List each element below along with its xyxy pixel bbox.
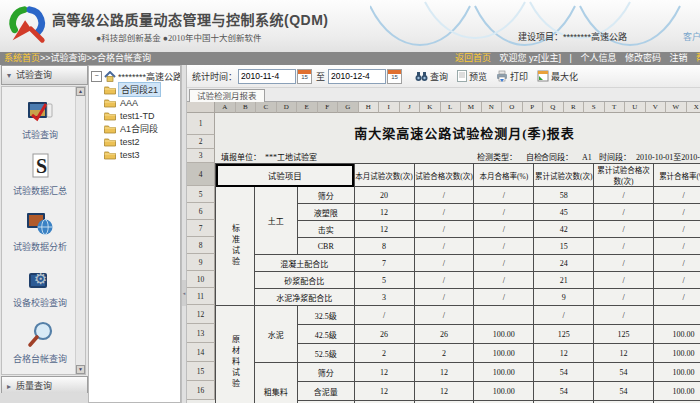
table-cell[interactable]: 砂浆配合比 bbox=[254, 272, 354, 289]
table-cell[interactable]: 100.00 bbox=[474, 363, 534, 382]
table-cell[interactable]: 7 bbox=[354, 255, 414, 272]
row-number-12[interactable]: 12 bbox=[187, 305, 215, 324]
table-cell[interactable]: 20 bbox=[354, 187, 414, 204]
column-letter-R[interactable]: R bbox=[564, 102, 585, 113]
row-number-3[interactable]: 3 bbox=[187, 149, 215, 163]
table-cell[interactable]: 标准试验 bbox=[216, 187, 255, 306]
row-number-11[interactable]: 11 bbox=[187, 288, 215, 305]
sidebar-item-pass-ledger-query[interactable]: 合格台帐查询 bbox=[13, 320, 67, 365]
table-cell[interactable]: 15 bbox=[534, 238, 594, 255]
column-letter-A[interactable]: A bbox=[215, 102, 236, 113]
table-header-cell[interactable]: 本月合格率(%) bbox=[474, 164, 534, 187]
row-number-9[interactable]: 9 bbox=[187, 254, 215, 271]
table-cell[interactable]: / bbox=[414, 221, 474, 238]
table-cell[interactable]: 42 bbox=[534, 221, 594, 238]
table-cell[interactable]: / bbox=[474, 187, 534, 204]
table-cell[interactable]: / bbox=[414, 289, 474, 306]
column-letter-O[interactable]: O bbox=[502, 102, 523, 113]
table-cell[interactable]: 12 bbox=[354, 221, 414, 238]
table-cell[interactable]: 混凝土配合比 bbox=[254, 255, 354, 272]
table-cell[interactable]: 125 bbox=[594, 325, 654, 344]
table-cell[interactable]: 土工 bbox=[254, 187, 297, 255]
table-cell[interactable]: 12 bbox=[414, 382, 474, 401]
row-number-1[interactable]: 1 bbox=[187, 113, 215, 135]
table-cell[interactable]: 液塑限 bbox=[297, 204, 354, 221]
table-cell[interactable]: 2 bbox=[414, 344, 474, 363]
column-letter-G[interactable]: G bbox=[338, 102, 359, 113]
column-letter-W[interactable]: W bbox=[666, 102, 687, 113]
sidebar-item-test-query[interactable]: 试验查询 bbox=[22, 96, 58, 141]
row-number-14[interactable]: 14 bbox=[187, 343, 215, 362]
collapse-icon[interactable]: − bbox=[91, 71, 102, 82]
table-cell[interactable]: / bbox=[414, 238, 474, 255]
table-cell[interactable] bbox=[654, 306, 700, 325]
table-cell[interactable]: 粗集料 bbox=[254, 363, 297, 403]
table-cell[interactable]: / bbox=[594, 221, 654, 238]
select-all-corner[interactable] bbox=[187, 102, 215, 113]
row-number-2[interactable]: 2 bbox=[187, 135, 215, 149]
tree-node[interactable]: AAA bbox=[104, 96, 180, 109]
client-download-link[interactable]: 客户端下载 bbox=[683, 30, 700, 43]
table-cell[interactable]: 58 bbox=[534, 187, 594, 204]
table-cell[interactable]: / bbox=[474, 221, 534, 238]
table-cell[interactable]: / bbox=[414, 272, 474, 289]
table-cell[interactable]: / bbox=[654, 187, 700, 204]
table-cell[interactable]: / bbox=[474, 289, 534, 306]
table-cell[interactable]: 100.00 bbox=[654, 344, 700, 363]
table-cell[interactable]: 26 bbox=[354, 325, 414, 344]
tree-node[interactable]: A1合同段 bbox=[104, 122, 180, 135]
table-cell[interactable]: 2 bbox=[354, 344, 414, 363]
row-number-8[interactable]: 8 bbox=[187, 237, 215, 254]
row-number-15[interactable]: 15 bbox=[187, 362, 215, 381]
table-cell[interactable]: 26 bbox=[414, 325, 474, 344]
table-cell[interactable]: / bbox=[474, 255, 534, 272]
return-home-link[interactable]: 返回首页 bbox=[455, 53, 491, 63]
column-letter-L[interactable]: L bbox=[441, 102, 462, 113]
table-cell[interactable]: 100.00 bbox=[654, 382, 700, 401]
table-cell[interactable]: 100.00 bbox=[474, 325, 534, 344]
table-cell[interactable]: / bbox=[594, 272, 654, 289]
tree-root[interactable]: − ********高速公路 bbox=[91, 69, 180, 83]
table-cell[interactable]: 原材料试验 bbox=[216, 306, 255, 403]
table-cell[interactable]: 12 bbox=[414, 363, 474, 382]
sidebar-scrollbar[interactable]: ▲ ▼ bbox=[75, 87, 85, 374]
table-cell[interactable]: 100.00 bbox=[654, 363, 700, 382]
column-letter-H[interactable]: H bbox=[359, 102, 380, 113]
table-cell[interactable]: 筛分 bbox=[297, 187, 354, 204]
table-cell[interactable]: 125 bbox=[534, 325, 594, 344]
table-cell[interactable]: 100.00 bbox=[654, 325, 700, 344]
column-letter-M[interactable]: M bbox=[461, 102, 482, 113]
table-header-cell[interactable]: 累计合格率(%) bbox=[654, 164, 700, 187]
column-letter-J[interactable]: J bbox=[400, 102, 421, 113]
table-cell[interactable]: 12 bbox=[354, 204, 414, 221]
table-cell[interactable]: 5 bbox=[354, 272, 414, 289]
table-cell[interactable]: / bbox=[474, 204, 534, 221]
column-letter-K[interactable]: K bbox=[420, 102, 441, 113]
table-header-cell[interactable]: 累计试验合格次数(次) bbox=[594, 164, 654, 187]
table-cell[interactable]: 54 bbox=[534, 382, 594, 401]
column-letter-Q[interactable]: Q bbox=[543, 102, 564, 113]
table-cell[interactable]: 水泥 bbox=[254, 306, 297, 363]
sidebar-item-device-check-query[interactable]: ⚙设备校验查询 bbox=[13, 264, 67, 309]
column-letter-B[interactable]: B bbox=[236, 102, 257, 113]
column-letter-E[interactable]: E bbox=[297, 102, 318, 113]
row-number-4[interactable]: 4 bbox=[187, 163, 215, 186]
calendar-icon[interactable]: 15 bbox=[387, 69, 402, 84]
sidebar-section-test-query[interactable]: ▾试验查询 bbox=[1, 65, 88, 85]
column-letter-T[interactable]: T bbox=[605, 102, 626, 113]
help-link[interactable]: 帮助 bbox=[696, 53, 700, 63]
table-cell[interactable]: 12 bbox=[354, 363, 414, 382]
table-header-cell[interactable]: 本月试验次数(次) bbox=[354, 164, 414, 187]
table-cell[interactable]: 45 bbox=[534, 204, 594, 221]
column-letter-N[interactable]: N bbox=[482, 102, 503, 113]
scroll-up-button[interactable]: ▲ bbox=[76, 87, 85, 96]
row-number-7[interactable]: 7 bbox=[187, 220, 215, 237]
table-cell[interactable]: / bbox=[654, 289, 700, 306]
table-cell[interactable]: / bbox=[354, 306, 414, 325]
row-number-5[interactable]: 5 bbox=[187, 186, 215, 203]
table-cell[interactable]: / bbox=[654, 255, 700, 272]
table-cell[interactable]: 12 bbox=[354, 382, 414, 401]
tree-node[interactable]: test1-TD bbox=[104, 109, 180, 122]
table-cell[interactable]: / bbox=[594, 255, 654, 272]
table-cell[interactable]: 12 bbox=[594, 344, 654, 363]
